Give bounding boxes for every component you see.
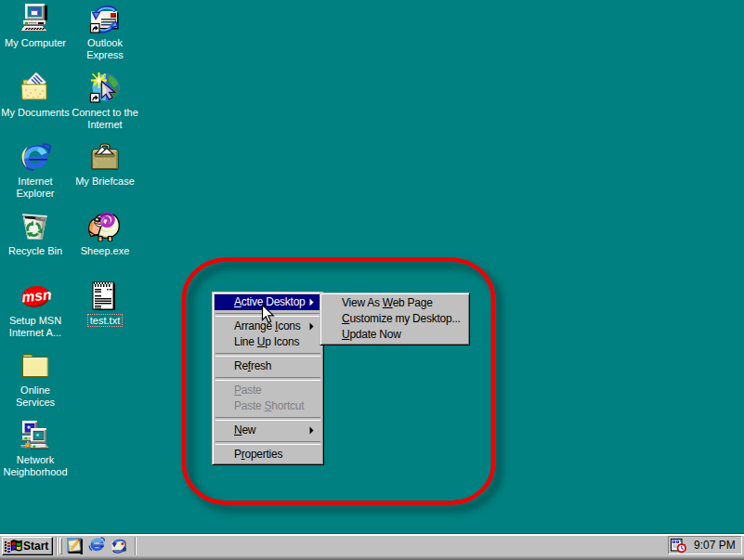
svg-text:msn: msn xyxy=(21,286,52,305)
